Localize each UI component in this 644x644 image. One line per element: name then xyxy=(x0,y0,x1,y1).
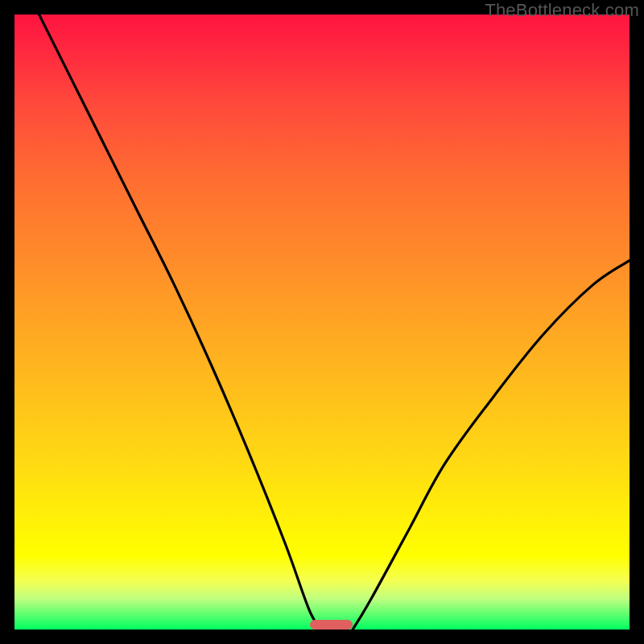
plot-area xyxy=(14,14,630,630)
right-curve xyxy=(353,261,630,630)
watermark-text: TheBottleneck.com xyxy=(485,0,639,21)
bottleneck-marker xyxy=(310,620,353,630)
left-curve xyxy=(39,14,322,630)
chart-container: TheBottleneck.com xyxy=(0,0,644,644)
curve-overlay xyxy=(14,14,630,630)
